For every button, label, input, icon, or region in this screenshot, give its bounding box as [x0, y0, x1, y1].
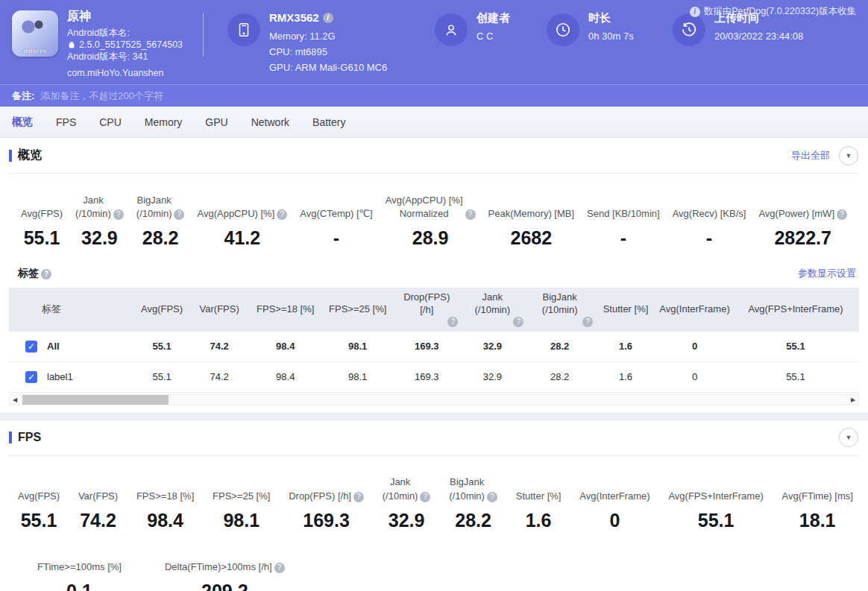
- app-icon-art: [18, 18, 48, 40]
- app-block: miHoYo 原神 Android版本名: 2.5.0_5517525_5674…: [12, 10, 203, 79]
- device-name: RMX3562: [269, 10, 319, 25]
- metric-avg-ctemp: Avg(CTemp) [℃] -: [300, 193, 372, 249]
- creator-value: C C: [477, 28, 510, 44]
- metric-ftime-ge-100ms: FTime>=100ms [%] 0.1: [37, 546, 122, 591]
- note-bar: 备注:: [0, 84, 868, 107]
- info-icon: i: [690, 7, 700, 17]
- metric-avg-fps: Avg(FPS) 55.1: [18, 475, 60, 531]
- help-icon[interactable]: ?: [277, 209, 287, 220]
- row-checkbox[interactable]: ✓: [25, 371, 37, 383]
- row-label: label1: [47, 371, 73, 382]
- tab-fps[interactable]: FPS: [56, 116, 76, 128]
- metric-avg-appcpu: Avg(AppCPU) [%]? 41.2: [197, 193, 287, 249]
- labels-section-title: 标签?: [18, 267, 51, 280]
- metric-avg-recv: Avg(Recv) [KB/s] -: [673, 193, 746, 249]
- metric-avg-fps: Avg(FPS) 55.1: [21, 193, 63, 249]
- scroll-left-icon[interactable]: ◀: [10, 395, 20, 405]
- help-icon[interactable]: ?: [447, 317, 458, 327]
- help-icon[interactable]: ?: [274, 563, 285, 573]
- help-icon[interactable]: ?: [487, 492, 497, 502]
- device-gpu: GPU: ARM Mali-G610 MC6: [269, 60, 387, 75]
- creator-block: 创建者 C C: [435, 10, 521, 46]
- help-icon[interactable]: ?: [465, 209, 476, 220]
- table-row-all: ✓ All 55.1 74.2 98.4 98.1 169.3 32.9 28.…: [9, 332, 859, 362]
- metric-peak-memory: Peak(Memory) [MB] 2682: [488, 193, 575, 249]
- metric-bigjank: BigJank (/10min)? 28.2: [449, 475, 497, 531]
- scrollbar-thumb[interactable]: [22, 395, 169, 405]
- collapse-fps-button[interactable]: ▼: [839, 428, 858, 447]
- upload-time-value: 20/03/2022 23:44:08: [714, 28, 803, 44]
- help-icon[interactable]: ?: [113, 209, 124, 220]
- metric-jank: Jank (/10min)? 32.9: [383, 475, 431, 531]
- fps-card: FPS ▼ Avg(FPS) 55.1 Var(FPS) 74.2 FPS>=1…: [0, 420, 868, 591]
- metric-send: Send [KB/10min] -: [587, 193, 660, 249]
- tab-cpu[interactable]: CPU: [99, 116, 122, 128]
- metric-fps-ge-18: FPS>=18 [%] 98.4: [136, 475, 194, 531]
- app-title: 原神: [67, 10, 183, 22]
- metric-delta-ftime-gt-100ms: Delta(FTime)>100ms [/h]? 209.2: [165, 546, 285, 591]
- android-version-name-label: Android版本名:: [67, 27, 183, 39]
- tab-battery[interactable]: Battery: [312, 116, 345, 128]
- report-header: miHoYo 原神 Android版本名: 2.5.0_5517525_5674…: [0, 0, 868, 84]
- table-row-label1: ✓ label1 55.1 74.2 98.4 98.1 169.3 32.9 …: [9, 362, 859, 393]
- row-checkbox[interactable]: ✓: [25, 341, 37, 353]
- metric-fps-ge-25: FPS>=25 [%] 98.1: [213, 475, 270, 531]
- tab-memory[interactable]: Memory: [145, 116, 183, 128]
- scroll-right-icon[interactable]: ▶: [848, 395, 858, 405]
- metric-bigjank: BigJank (/10min)? 28.2: [136, 193, 185, 249]
- overview-metrics: Avg(FPS) 55.1 Jank (/10min)? 32.9 BigJan…: [0, 174, 868, 262]
- help-icon[interactable]: ?: [353, 492, 364, 502]
- device-info-icon[interactable]: i: [323, 13, 333, 23]
- metric-drop-fps: Drop(FPS) [/h]? 169.3: [289, 475, 364, 531]
- metric-avg-fps-interframe: Avg(FPS+InterFrame) 55.1: [668, 475, 763, 531]
- package-name: com.miHoYo.Yuanshen: [67, 67, 183, 79]
- phone-icon: [227, 13, 260, 46]
- duration-value: 0h 30m 7s: [588, 28, 634, 44]
- section-gap: [0, 413, 868, 420]
- collapse-overview-button[interactable]: ▼: [839, 146, 858, 165]
- chevron-down-icon: ▼: [846, 152, 852, 159]
- device-block: RMX3562 i Memory: 11.2G CPU: mt6895 GPU:…: [227, 10, 407, 75]
- header-divider: [203, 13, 204, 57]
- scrollbar-track[interactable]: [20, 395, 848, 405]
- help-icon[interactable]: ?: [582, 317, 593, 327]
- metric-avg-appcpu-normalized: Avg(AppCPU) [%] Normalized? 28.9: [386, 193, 476, 249]
- horizontal-scrollbar[interactable]: ◀ ▶: [9, 394, 859, 405]
- duration-block: 时长 0h 30m 7s: [547, 10, 659, 46]
- labels-table: 标签 Avg(FPS) Var(FPS) FPS>=18 [%] FPS>=25…: [9, 288, 859, 393]
- metric-avg-power: Avg(Power) [mW]? 2822.7: [758, 193, 847, 249]
- export-all-link[interactable]: 导出全部: [791, 149, 830, 162]
- device-cpu: CPU: mt6895: [269, 44, 387, 60]
- row-label: All: [47, 341, 60, 352]
- app-icon: miHoYo: [12, 10, 58, 57]
- fps-metrics-row2: FTime>=100ms [%] 0.1 Delta(FTime)>100ms …: [0, 542, 868, 591]
- metric-var-fps: Var(FPS) 74.2: [78, 475, 118, 531]
- collect-version-info: i 数据由PerfDog(7.0.220332)版本收集: [690, 5, 856, 18]
- android-version-name: 2.5.0_5517525_5674503: [79, 39, 183, 51]
- app-icon-caption: miHoYo: [12, 48, 58, 54]
- overview-section-title: 概览: [9, 148, 42, 163]
- note-input[interactable]: [40, 90, 856, 101]
- tab-bar: 概览 FPS CPU Memory GPU Network Battery: [0, 107, 868, 138]
- help-icon[interactable]: ?: [420, 492, 430, 502]
- duration-label: 时长: [588, 10, 634, 25]
- section-accent-bar: [9, 432, 12, 443]
- help-icon[interactable]: ?: [513, 317, 523, 327]
- help-icon[interactable]: ?: [41, 269, 51, 279]
- tab-gpu[interactable]: GPU: [205, 116, 227, 128]
- metric-avg-interframe: Avg(InterFrame) 0: [579, 475, 650, 531]
- tab-network[interactable]: Network: [251, 116, 289, 128]
- chevron-down-icon: ▼: [846, 434, 852, 441]
- parameter-display-settings-link[interactable]: 参数显示设置: [798, 267, 856, 280]
- creator-label: 创建者: [477, 10, 510, 25]
- note-label: 备注:: [12, 89, 34, 103]
- person-icon: [435, 13, 468, 46]
- help-icon[interactable]: ?: [174, 209, 184, 220]
- tab-overview[interactable]: 概览: [12, 116, 33, 129]
- help-icon[interactable]: ?: [837, 209, 847, 220]
- metric-avg-ftime: Avg(FTime) [ms] 18.1: [782, 475, 853, 531]
- overview-card: 概览 导出全部 ▼ Avg(FPS) 55.1 Jank (/10min)? 3…: [0, 138, 868, 405]
- collect-version-text: 数据由PerfDog(7.0.220332)版本收集: [704, 5, 856, 18]
- android-version-code: Android版本号: 341: [67, 51, 183, 63]
- fps-metrics-row1: Avg(FPS) 55.1 Var(FPS) 74.2 FPS>=18 [%] …: [0, 456, 868, 542]
